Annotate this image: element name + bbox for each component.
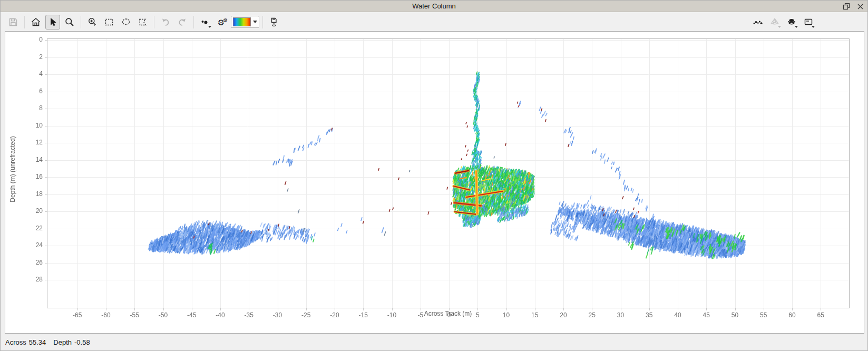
toolbar-separator — [193, 16, 194, 28]
dropdown-arrow-icon — [778, 26, 781, 28]
pointer-cursor-icon — [47, 17, 58, 27]
settings-button[interactable]: ⚙⚙ — [214, 15, 229, 30]
home-button[interactable] — [28, 15, 43, 30]
window-title: Water Column — [412, 2, 456, 10]
undo-icon — [160, 17, 171, 27]
point-display-button[interactable] — [198, 15, 212, 30]
dropdown-arrow-icon — [253, 21, 257, 23]
zoom-tool-button[interactable] — [62, 15, 77, 30]
water-column-plot[interactable] — [5, 32, 864, 333]
polygon-select-button[interactable] — [135, 15, 150, 30]
toolbar-separator — [262, 16, 263, 28]
display-panel-button[interactable] — [801, 15, 816, 30]
redo-icon — [177, 17, 188, 27]
colormap-combo — [231, 16, 259, 28]
x-axis-title: Across Track (m) — [47, 310, 849, 317]
status-depth-label: Depth — [53, 338, 72, 346]
status-bar: Across 55.34 Depth -0.58 — [1, 334, 867, 350]
undo-button[interactable] — [158, 15, 173, 30]
zoom-area-button[interactable] — [85, 15, 100, 30]
ping-points-icon — [753, 17, 763, 27]
close-window-button[interactable] — [855, 2, 865, 11]
dropdown-arrow-icon — [812, 26, 815, 28]
float-window-button[interactable] — [841, 2, 852, 11]
colormap-gradient-swatch — [233, 17, 251, 26]
close-icon — [857, 3, 864, 10]
title-bar[interactable]: Water Column — [1, 1, 867, 12]
status-depth-value: -0.58 — [74, 338, 90, 346]
save-icon — [8, 17, 18, 27]
status-across: Across 55.34 — [5, 338, 46, 346]
save-water-column-button[interactable] — [267, 15, 281, 30]
toolbar-separator — [24, 16, 25, 28]
titlebar-buttons — [841, 1, 865, 12]
save-button[interactable] — [6, 15, 21, 30]
magnifier-icon — [64, 17, 75, 27]
beam-fan-button[interactable] — [767, 15, 782, 30]
toolbar-separator — [154, 16, 154, 28]
redo-button[interactable] — [175, 15, 190, 30]
ping-points-button[interactable] — [750, 15, 765, 30]
plot-widget: Depth (m) (unrefracted) Across Track (m) — [5, 31, 864, 334]
rectangle-select-button[interactable] — [102, 15, 116, 30]
y-axis-title: Depth (m) (unrefracted) — [9, 101, 16, 238]
save-pings-icon — [269, 17, 279, 27]
toolbar-separator — [81, 16, 81, 28]
gears-icon: ⚙⚙ — [218, 18, 226, 26]
swath-view-button[interactable] — [784, 15, 799, 30]
status-across-label: Across — [5, 338, 26, 346]
pointer-tool-button[interactable] — [45, 15, 60, 30]
lasso-select-icon — [121, 17, 131, 27]
status-depth: Depth -0.58 — [53, 338, 90, 346]
dropdown-arrow-icon — [795, 26, 798, 28]
float-window-icon — [843, 3, 850, 10]
lasso-select-button[interactable] — [119, 15, 133, 30]
zoom-area-icon — [87, 17, 97, 27]
water-column-window: Water Column — [0, 0, 868, 351]
colormap-select[interactable] — [231, 15, 259, 30]
polygon-select-icon — [138, 17, 148, 27]
home-icon — [31, 17, 41, 27]
toolbar: ⚙⚙ — [1, 13, 867, 31]
status-across-value: 55.34 — [29, 338, 46, 346]
rect-select-icon — [104, 17, 114, 27]
dropdown-arrow-icon — [208, 26, 211, 28]
